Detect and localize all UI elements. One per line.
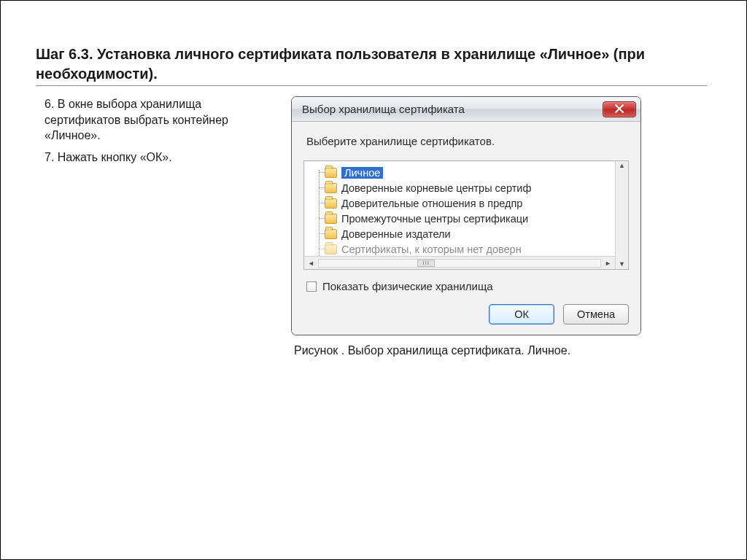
- folder-icon: [325, 183, 337, 193]
- certificate-tree[interactable]: Личное Доверенные корневые центры сертиф…: [303, 160, 629, 270]
- instruction-block: 6. В окне выбора хранилища сертификатов …: [36, 96, 262, 357]
- show-physical-checkbox[interactable]: [306, 281, 317, 292]
- ok-button[interactable]: ОК: [489, 304, 554, 324]
- dialog-titlebar[interactable]: Выбор хранилища сертификата: [292, 97, 640, 122]
- tree-item[interactable]: Промежуточные центры сертификаци: [311, 211, 615, 226]
- scroll-right-icon[interactable]: ►: [603, 260, 614, 267]
- folder-icon: [325, 198, 337, 209]
- folder-icon: [325, 168, 337, 178]
- tree-item[interactable]: Сертификаты, к которым нет доверн: [311, 241, 615, 257]
- scroll-down-icon[interactable]: ▼: [619, 261, 625, 268]
- tree-item-label: Сертификаты, к которым нет доверн: [341, 244, 522, 255]
- instruction-step-6: 6. В окне выбора хранилища сертификатов …: [44, 96, 262, 144]
- dialog-prompt: Выберите хранилище сертификатов.: [306, 135, 629, 147]
- instruction-step-7: 7. Нажать кнопку «ОК».: [44, 149, 262, 166]
- horizontal-scrollbar[interactable]: ◄ III ►: [304, 256, 615, 269]
- tree-item-label: Доверенные издатели: [341, 228, 451, 240]
- tree-item[interactable]: Доверенные издатели: [311, 226, 615, 241]
- tree-item-label: Личное: [341, 167, 383, 179]
- vertical-scrollbar[interactable]: ▲ ▼: [615, 161, 628, 269]
- scroll-left-icon[interactable]: ◄: [306, 260, 317, 267]
- certificate-store-dialog: Выбор хранилища сертификата Выберите хра…: [291, 96, 641, 335]
- folder-icon: [325, 229, 337, 239]
- close-icon: [615, 103, 624, 116]
- scroll-thumb[interactable]: III: [417, 260, 435, 267]
- close-button[interactable]: [603, 101, 636, 117]
- tree-item[interactable]: Доверительные отношения в предпр: [311, 195, 615, 211]
- folder-icon: [325, 214, 337, 224]
- tree-item-label: Доверительные отношения в предпр: [341, 198, 522, 209]
- tree-item-label: Промежуточные центры сертификаци: [341, 213, 528, 225]
- scroll-up-icon[interactable]: ▲: [619, 163, 625, 169]
- figure-caption: Рисунок . Выбор хранилища сертификата. Л…: [291, 344, 670, 357]
- tree-item-label: Доверенные корневые центры сертиф: [341, 182, 531, 194]
- page-heading: Шаг 6.3. Установка личного сертификата п…: [36, 44, 707, 86]
- cancel-button[interactable]: Отмена: [563, 304, 629, 324]
- tree-item[interactable]: Доверенные корневые центры сертиф: [311, 180, 615, 195]
- show-physical-label: Показать физические хранилища: [322, 280, 493, 292]
- folder-icon: [325, 244, 337, 254]
- tree-item-personal[interactable]: Личное: [311, 165, 615, 180]
- dialog-title: Выбор хранилища сертификата: [302, 103, 465, 115]
